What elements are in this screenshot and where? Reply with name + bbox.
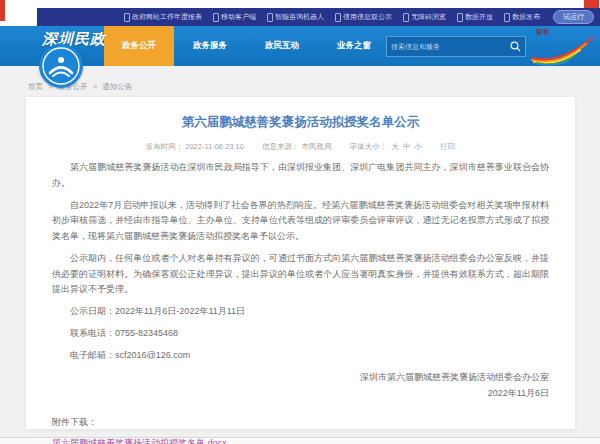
top-utility-bar: 政府网站工作年度报表 移动客户端 智能咨询机器人 信用信息双公示 无障碍浏览 数… — [37, 8, 600, 26]
main-nav: 政务公开 政务服务 政民互动 业务之窗 — [104, 26, 390, 66]
nav-item-government-services[interactable]: 政务服务 — [174, 26, 246, 66]
source-value: 市民政局 — [302, 142, 332, 151]
topbar-link-robot[interactable]: 智能咨询机器人 — [267, 12, 324, 22]
search-input[interactable] — [387, 43, 505, 50]
robot-icon — [267, 13, 273, 22]
accessibility-icon — [403, 13, 409, 22]
breadcrumb-separator: > — [93, 82, 97, 91]
topbar-link-label: 数据发布 — [512, 12, 540, 22]
data-icon — [457, 13, 463, 22]
content-card: 第六届鹏城慈善奖褒扬活动拟授奖名单公示 发布时间：2022-11-06 23:1… — [25, 96, 576, 430]
nav-label: 政务公开 — [122, 40, 156, 52]
paragraph: 第六届鹏城慈善奖褒扬活动在深圳市民政局指导下，由深圳报业集团、深圳广电集团共同主… — [52, 160, 549, 192]
nav-label: 业务之窗 — [337, 40, 371, 52]
nav-item-public-interaction[interactable]: 政民互动 — [246, 26, 318, 66]
topbar-link-label: 智能咨询机器人 — [275, 12, 324, 22]
topbar-link-open-data[interactable]: 数据开放 — [457, 12, 493, 22]
release-icon — [504, 13, 510, 22]
breadcrumb-current: 通知公告 — [102, 82, 132, 91]
contact-email-line: 电子邮箱：scf2016@126.com — [52, 348, 549, 364]
screenshot-artifact-left — [0, 0, 5, 21]
search-icon[interactable] — [505, 37, 525, 56]
article-body: 第六届鹏城慈善奖褒扬活动在深圳市民政局指导下，由深圳报业集团、深圳广电集团共同主… — [52, 160, 549, 402]
topbar-link-label: 移动客户端 — [221, 12, 256, 22]
nav-item-business-window[interactable]: 业务之窗 — [318, 26, 390, 66]
paragraph: 公示期内，任何单位或者个人对名单持有异议的，可通过书面方式向第六届鹏城慈善奖褒扬… — [52, 251, 549, 298]
print-button[interactable]: 打印 — [440, 142, 455, 151]
signature-block: 深圳市第六届鹏城慈善奖褒扬活动组委会办公室 2022年11月6日 — [52, 369, 549, 401]
paragraph: 自2022年7月启动申报以来，活动得到了社会各界的热烈响应。经第六届鹏城慈善奖褒… — [52, 198, 549, 245]
signature-date: 2022年11月6日 — [52, 385, 549, 401]
fontsize-medium-button[interactable]: 中 — [403, 142, 411, 151]
nav-item-government-disclosure[interactable]: 政务公开 — [104, 26, 174, 66]
document-icon — [124, 13, 130, 22]
phone-icon — [213, 13, 219, 22]
city-brand-logo: 深圳 — [528, 28, 596, 64]
source-label: 信息来源： — [262, 142, 300, 151]
topbar-link-label: 数据开放 — [465, 12, 493, 22]
publicity-period-line: 公示日期：2022年11月6日-2022年11月11日 — [52, 304, 549, 320]
trial-run-badge[interactable]: 试运行 — [553, 10, 594, 24]
attachment-link[interactable]: 第六届鹏城慈善奖褒扬活动拟授奖名单.docx — [52, 437, 227, 444]
civil-affairs-emblem-icon — [39, 44, 83, 88]
fontsize-large-button[interactable]: 大 — [391, 142, 399, 151]
topbar-link-accessibility[interactable]: 无障碍浏览 — [403, 12, 446, 22]
topbar-link-label: 信用信息双公示 — [343, 12, 392, 22]
topbar-link-mobile-client[interactable]: 移动客户端 — [213, 12, 256, 22]
nav-label: 政民互动 — [265, 40, 299, 52]
article-title: 第六届鹏城慈善奖褒扬活动拟授奖名单公示 — [52, 114, 549, 131]
article-meta: 发布时间：2022-11-06 23:10 信息来源：市民政局 字体大小： 大 … — [52, 142, 549, 152]
screenshot-artifact-right — [584, 0, 599, 8]
topbar-link-credit-info[interactable]: 信用信息双公示 — [335, 12, 392, 22]
topbar-link-label: 无障碍浏览 — [411, 12, 446, 22]
topbar-link-label: 政府网站工作年度报表 — [132, 12, 202, 22]
publish-time-label: 发布时间： — [146, 142, 184, 151]
credit-icon — [335, 13, 341, 22]
attachment-label: 附件下载： — [52, 416, 549, 429]
fontsize-label: 字体大小： — [350, 142, 388, 151]
search-box — [386, 36, 526, 57]
fontsize-small-button[interactable]: 小 — [415, 142, 423, 151]
signature-org: 深圳市第六届鹏城慈善奖褒扬活动组委会办公室 — [52, 369, 549, 385]
topbar-link-annual-report[interactable]: 政府网站工作年度报表 — [124, 12, 202, 22]
topbar-link-data-release[interactable]: 数据发布 — [504, 12, 540, 22]
publish-time-value: 2022-11-06 23:10 — [185, 142, 244, 151]
nav-label: 政务服务 — [193, 40, 227, 52]
contact-phone-line: 联系电话：0755-82345468 — [52, 326, 549, 342]
